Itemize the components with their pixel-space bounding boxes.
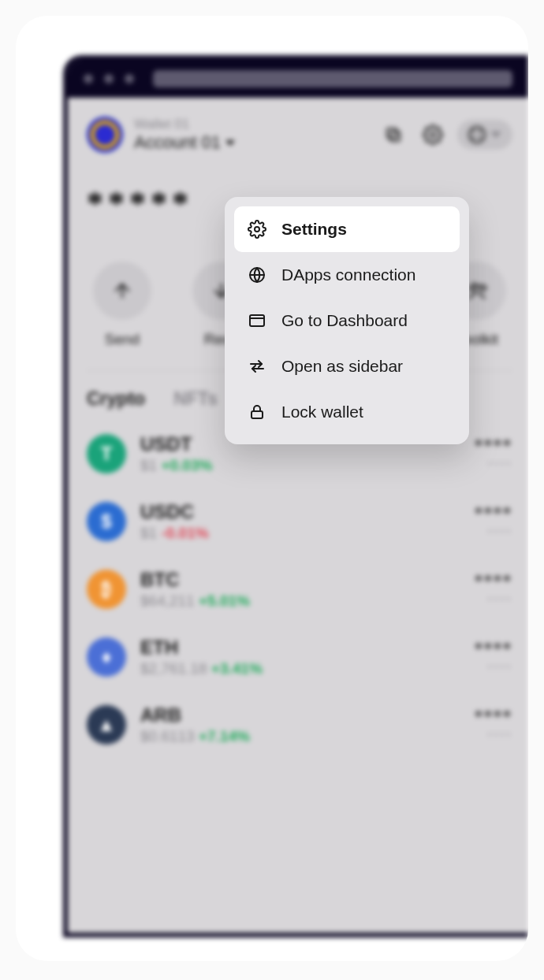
asset-price-row: $64,211 +5.01%: [140, 592, 460, 610]
asset-price: $0.6113: [140, 728, 195, 744]
menu-item-dashboard[interactable]: Go to Dashboard: [234, 298, 460, 343]
globe-icon: [247, 265, 267, 285]
asset-price-row: $0.6113 +7.14%: [140, 728, 460, 745]
asset-price-row: $1 +0.03%: [140, 457, 460, 474]
copy-icon: [384, 125, 403, 144]
asset-value-sub-masked: ****: [475, 595, 512, 607]
window-dot[interactable]: [84, 74, 93, 84]
address-bar[interactable]: [153, 70, 512, 87]
chevron-down-icon: [490, 132, 501, 138]
svg-rect-0: [390, 132, 400, 141]
coin-icon: ♦: [87, 637, 126, 677]
chevron-down-icon: [225, 140, 235, 146]
swap-icon: [247, 356, 267, 377]
tab-crypto[interactable]: Crypto: [87, 388, 145, 410]
asset-change: +7.14%: [199, 728, 250, 744]
copy-button[interactable]: [378, 120, 408, 150]
asset-value-masked: ****: [475, 572, 512, 590]
menu-item-label: DApps connection: [281, 265, 415, 284]
svg-rect-1: [387, 128, 397, 138]
asset-price-row: $1 -0.01%: [140, 525, 460, 542]
gear-icon: [247, 219, 267, 239]
settings-button[interactable]: [418, 120, 448, 150]
asset-change: +3.41%: [211, 660, 263, 677]
wallet-label: Wallet 01: [134, 117, 367, 132]
grid-icon: [468, 126, 486, 143]
svg-rect-6: [252, 411, 263, 418]
gear-icon: [423, 124, 443, 145]
asset-row[interactable]: ♦ ETH $2,761.18 +3.41% **** ****: [87, 637, 512, 677]
menu-item-label: Lock wallet: [281, 403, 363, 421]
asset-price: $1: [140, 457, 157, 473]
asset-row[interactable]: ▲ ARB $0.6113 +7.14% **** ****: [87, 704, 512, 745]
asset-price: $2,761.18: [140, 660, 207, 677]
asset-change: +0.03%: [161, 457, 212, 473]
window-dot[interactable]: [104, 74, 114, 84]
asset-symbol: ETH: [140, 637, 460, 659]
asset-value-sub-masked: ****: [475, 730, 512, 742]
svg-point-3: [255, 227, 259, 232]
tools-icon: [466, 280, 488, 302]
window-dot[interactable]: [125, 74, 134, 84]
menu-item-dapps[interactable]: DApps connection: [234, 252, 460, 298]
asset-value-masked: ****: [475, 640, 512, 658]
menu-item-label: Go to Dashboard: [281, 311, 408, 330]
svg-point-2: [430, 132, 436, 138]
account-name: Account 01: [134, 132, 221, 153]
asset-value-masked: ****: [475, 504, 512, 522]
tab-nfts[interactable]: NFTs: [173, 388, 218, 410]
asset-price: $1: [140, 525, 157, 541]
asset-value-masked: ****: [475, 707, 512, 726]
asset-symbol: ARB: [140, 704, 460, 726]
settings-menu: Settings DApps connection Go to Dashboar…: [225, 197, 469, 444]
menu-item-sidebar[interactable]: Open as sidebar: [234, 343, 460, 389]
asset-change: -0.01%: [161, 525, 208, 541]
asset-value-sub-masked: ****: [475, 527, 512, 539]
asset-price: $64,211: [140, 592, 195, 609]
lock-icon: [247, 402, 267, 422]
asset-price-row: $2,761.18 +3.41%: [140, 660, 460, 677]
window-icon: [247, 310, 267, 331]
menu-item-label: Open as sidebar: [281, 357, 403, 376]
asset-value-sub-masked: ****: [475, 663, 512, 674]
action-label: Send: [105, 331, 140, 348]
asset-change: +5.01%: [199, 592, 250, 609]
apps-menu-button[interactable]: [457, 120, 512, 150]
asset-symbol: USDC: [140, 501, 460, 523]
menu-item-settings[interactable]: Settings: [234, 206, 460, 252]
arrow-up-icon: [111, 280, 133, 302]
coin-icon: T: [87, 434, 126, 473]
account-avatar[interactable]: [87, 117, 123, 153]
menu-item-label: Settings: [281, 220, 347, 239]
asset-row[interactable]: $ USDC $1 -0.01% **** ****: [87, 501, 512, 542]
asset-row[interactable]: ₿ BTC $64,211 +5.01% **** ****: [87, 569, 512, 610]
coin-icon: ▲: [87, 705, 126, 744]
menu-item-lock[interactable]: Lock wallet: [234, 389, 460, 435]
asset-value-masked: ****: [475, 436, 512, 455]
svg-rect-5: [250, 315, 264, 326]
browser-titlebar: [68, 60, 528, 98]
account-selector[interactable]: Account 01: [134, 132, 367, 153]
send-button[interactable]: [93, 262, 151, 320]
asset-symbol: BTC: [140, 569, 460, 591]
coin-icon: ₿: [87, 570, 126, 609]
asset-value-sub-masked: ****: [475, 459, 512, 471]
coin-icon: $: [87, 502, 126, 541]
